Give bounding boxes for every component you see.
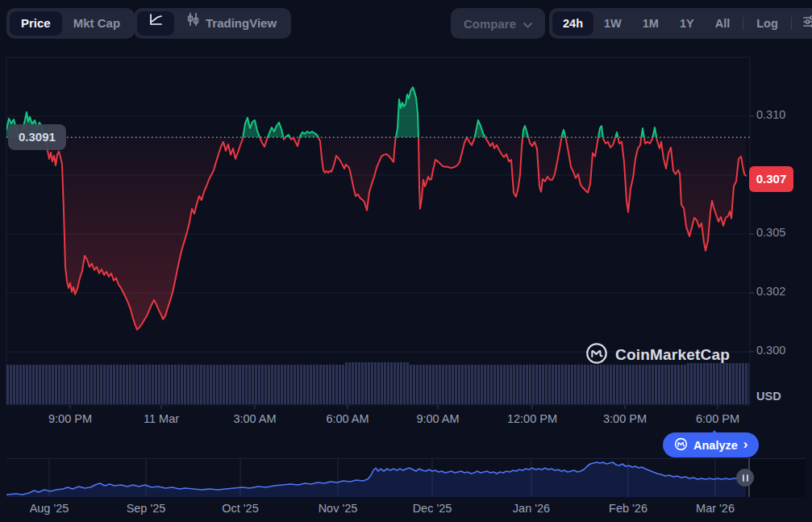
range-all-button[interactable]: All: [705, 11, 741, 35]
open-price-label: 0.3091: [8, 124, 66, 150]
navigator-drag-handle[interactable]: [736, 469, 754, 487]
compare-label: Compare: [464, 17, 516, 31]
nav-month-label: Aug '25: [13, 502, 85, 515]
range-24h-button[interactable]: 24h: [552, 11, 593, 35]
volume-bars: [410, 365, 687, 404]
volume-bars: [687, 363, 749, 404]
last-price-badge: 0.307: [749, 166, 793, 192]
volume-bars: [6, 365, 345, 404]
chevron-down-icon: [523, 17, 532, 31]
volume-bars: [345, 362, 410, 404]
divider: [743, 17, 743, 30]
coinmarketcap-logo-icon: [585, 342, 608, 368]
candlestick-icon: [185, 11, 200, 35]
x-axis-tick-label: 11 Mar: [125, 412, 198, 425]
x-axis-tick-label: 3:00 PM: [589, 412, 661, 425]
y-axis-tick-label: 0.305: [756, 226, 806, 239]
nav-month-label: Sep '25: [110, 502, 182, 515]
x-axis-tick-label: 9:00 AM: [402, 412, 474, 425]
tradingview-toggle[interactable]: TradingView: [174, 11, 288, 35]
y-axis-tick-label: 0.310: [756, 108, 806, 121]
navigator-unselected-mask: [749, 459, 806, 497]
analyze-logo-icon: [674, 437, 688, 453]
chevron-right-icon: ›: [743, 436, 748, 453]
mkt-cap-tab[interactable]: Mkt Cap: [62, 11, 131, 35]
x-axis-tick-label: 9:00 PM: [34, 412, 106, 425]
nav-month-label: Feb '26: [592, 502, 664, 515]
x-axis-tick-label: 3:00 AM: [219, 412, 291, 425]
watermark-text: CoinMarketCap: [615, 346, 730, 364]
coinmarketcap-watermark: CoinMarketCap: [585, 342, 730, 368]
nav-month-label: Jan '26: [495, 502, 568, 515]
chart-settings-button[interactable]: [794, 11, 812, 35]
line-chart-toggle[interactable]: [137, 11, 174, 35]
nav-month-label: Oct '25: [204, 502, 277, 515]
sliders-icon: [801, 13, 812, 34]
tradingview-label: TradingView: [206, 11, 277, 35]
chart-type-toggle-group: TradingView: [134, 8, 291, 39]
x-axis-tick-label: 6:00 PM: [681, 412, 754, 425]
nav-month-label: Mar '26: [679, 502, 752, 515]
x-axis-tick-label: 12:00 PM: [496, 412, 568, 425]
price-tab[interactable]: Price: [10, 11, 62, 35]
nav-month-label: Dec '25: [396, 502, 468, 515]
metric-toggle-group: Price Mkt Cap: [6, 8, 135, 39]
cmc-price-chart-panel: Price Mkt Cap TradingView: [0, 0, 812, 522]
range-1w-button[interactable]: 1W: [593, 11, 632, 35]
y-axis-tick-label: 0.302: [756, 285, 806, 298]
x-axis-tick-label: 6:00 AM: [311, 412, 384, 425]
compare-button[interactable]: Compare: [451, 8, 545, 39]
y-axis-tick-label: 0.300: [756, 344, 806, 357]
time-range-group: 24h 1W 1M 1Y All Log: [549, 8, 812, 39]
analyze-button[interactable]: Analyze ›: [663, 432, 759, 457]
nav-month-label: Nov '25: [302, 502, 374, 515]
range-1m-button[interactable]: 1M: [632, 11, 669, 35]
divider: [791, 17, 792, 30]
analyze-label: Analyze: [693, 439, 738, 452]
y-axis-unit-label: USD: [756, 390, 806, 403]
range-1y-button[interactable]: 1Y: [669, 11, 705, 35]
log-scale-button[interactable]: Log: [746, 11, 789, 35]
area-below-open: [6, 87, 746, 330]
line-chart-icon: [148, 11, 164, 35]
